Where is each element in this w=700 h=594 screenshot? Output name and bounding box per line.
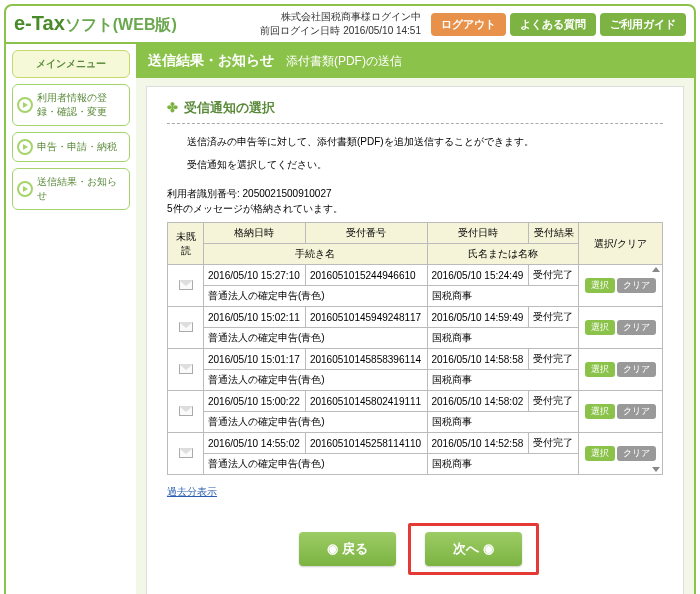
- sidebar-item-userinfo[interactable]: 利用者情報の登録・確認・変更: [12, 84, 130, 126]
- clear-button[interactable]: クリア: [617, 278, 656, 293]
- login-info: 株式会社国税商事様ログイン中 前回ログイン日時 2016/05/10 14:51: [254, 10, 427, 38]
- page-title-bar: 送信結果・お知らせ 添付書類(PDF)の送信: [136, 44, 694, 78]
- clear-button[interactable]: クリア: [617, 404, 656, 419]
- section: ✤受信通知の選択 送信済みの申告等に対して、添付書類(PDF)を追加送信すること…: [146, 86, 684, 594]
- content: 送信結果・お知らせ 添付書類(PDF)の送信 ✤受信通知の選択 送信済みの申告等…: [136, 44, 694, 594]
- cell-proc: 普通法人の確定申告(青色): [204, 412, 428, 433]
- th-recdate: 受付日時: [427, 223, 529, 244]
- cell-proc: 普通法人の確定申告(青色): [204, 454, 428, 475]
- main-wrap: メインメニュー 利用者情報の登録・確認・変更 申告・申請・納税 送信結果・お知ら…: [6, 44, 694, 594]
- meta: 利用者識別番号: 2050021500910027 5件のメッセージが格納されて…: [167, 186, 663, 216]
- cell-name: 国税商事: [427, 286, 579, 307]
- cell-name: 国税商事: [427, 412, 579, 433]
- envelope-icon: [179, 448, 193, 458]
- cell-recno: 20160510145858396114: [305, 349, 427, 370]
- cell-result: 受付完了: [529, 265, 579, 286]
- envelope-icon: [179, 364, 193, 374]
- clover-icon: ✤: [167, 100, 178, 115]
- select-button[interactable]: 選択: [585, 278, 615, 293]
- th-recno: 受付番号: [305, 223, 427, 244]
- sidebar: メインメニュー 利用者情報の登録・確認・変更 申告・申請・納税 送信結果・お知ら…: [6, 44, 136, 594]
- sidebar-main-menu[interactable]: メインメニュー: [12, 50, 130, 78]
- cell-result: 受付完了: [529, 433, 579, 454]
- desc-1: 送信済みの申告等に対して、添付書類(PDF)を追加送信することができます。: [187, 134, 663, 149]
- cell-result: 受付完了: [529, 307, 579, 328]
- cell-stored: 2016/05/10 15:00:22: [204, 391, 306, 412]
- envelope-icon: [179, 406, 193, 416]
- cell-recno: 20160510145949248117: [305, 307, 427, 328]
- past-link[interactable]: 過去分表示: [167, 486, 217, 497]
- envelope-icon: [179, 280, 193, 290]
- button-row: ◉ 戻る 次へ ◉: [167, 523, 663, 575]
- table-row: 2016/05/10 14:55:02 20160510145258114110…: [168, 433, 663, 454]
- faq-button[interactable]: よくある質問: [510, 13, 596, 36]
- page-title: 送信結果・お知らせ: [148, 52, 274, 68]
- scroll-down-icon[interactable]: [652, 467, 660, 472]
- th-recresult: 受付結果: [529, 223, 579, 244]
- cell-recdate: 2016/05/10 14:59:49: [427, 307, 529, 328]
- page-subtitle: 添付書類(PDF)の送信: [286, 54, 402, 68]
- section-title: ✤受信通知の選択: [167, 99, 663, 124]
- arrow-icon: [17, 181, 33, 197]
- select-button[interactable]: 選択: [585, 320, 615, 335]
- cell-recno: 20160510145802419111: [305, 391, 427, 412]
- logo: e-Taxソフト(WEB版): [14, 12, 177, 36]
- select-button[interactable]: 選択: [585, 362, 615, 377]
- cell-stored: 2016/05/10 15:02:11: [204, 307, 306, 328]
- arrow-icon: [17, 139, 33, 155]
- th-proc: 手続き名: [204, 244, 428, 265]
- cell-recdate: 2016/05/10 15:24:49: [427, 265, 529, 286]
- sidebar-item-filing[interactable]: 申告・申請・納税: [12, 132, 130, 162]
- cell-recno: 2016051015244946610: [305, 265, 427, 286]
- cell-recno: 20160510145258114110: [305, 433, 427, 454]
- back-button[interactable]: ◉ 戻る: [299, 532, 396, 566]
- cell-recdate: 2016/05/10 14:58:02: [427, 391, 529, 412]
- clear-button[interactable]: クリア: [617, 320, 656, 335]
- cell-result: 受付完了: [529, 349, 579, 370]
- cell-stored: 2016/05/10 14:55:02: [204, 433, 306, 454]
- message-table: 未既読 格納日時 受付番号 受付日時 受付結果 選択/クリア 手続き名 氏名また…: [167, 222, 663, 475]
- th-storedate: 格納日時: [204, 223, 306, 244]
- cell-recdate: 2016/05/10 14:52:58: [427, 433, 529, 454]
- table-row: 2016/05/10 15:02:11 20160510145949248117…: [168, 307, 663, 328]
- highlight-box: 次へ ◉: [408, 523, 539, 575]
- cell-proc: 普通法人の確定申告(青色): [204, 370, 428, 391]
- clear-button[interactable]: クリア: [617, 446, 656, 461]
- header: e-Taxソフト(WEB版) 株式会社国税商事様ログイン中 前回ログイン日時 2…: [6, 6, 694, 44]
- cell-proc: 普通法人の確定申告(青色): [204, 328, 428, 349]
- cell-name: 国税商事: [427, 454, 579, 475]
- select-button[interactable]: 選択: [585, 404, 615, 419]
- table-wrap: 未既読 格納日時 受付番号 受付日時 受付結果 選択/クリア 手続き名 氏名また…: [167, 222, 663, 475]
- th-action: 選択/クリア: [579, 223, 663, 265]
- envelope-icon: [179, 322, 193, 332]
- sidebar-item-results[interactable]: 送信結果・お知らせ: [12, 168, 130, 210]
- th-unread: 未既読: [168, 223, 204, 265]
- table-row: 2016/05/10 15:00:22 20160510145802419111…: [168, 391, 663, 412]
- table-row: 2016/05/10 15:01:17 20160510145858396114…: [168, 349, 663, 370]
- scroll-up-icon[interactable]: [652, 267, 660, 272]
- next-button[interactable]: 次へ ◉: [425, 532, 522, 566]
- cell-name: 国税商事: [427, 370, 579, 391]
- logout-button[interactable]: ログアウト: [431, 13, 506, 36]
- cell-stored: 2016/05/10 15:01:17: [204, 349, 306, 370]
- clear-button[interactable]: クリア: [617, 362, 656, 377]
- cell-result: 受付完了: [529, 391, 579, 412]
- app-frame: e-Taxソフト(WEB版) 株式会社国税商事様ログイン中 前回ログイン日時 2…: [4, 4, 696, 594]
- cell-recdate: 2016/05/10 14:58:58: [427, 349, 529, 370]
- select-button[interactable]: 選択: [585, 446, 615, 461]
- cell-name: 国税商事: [427, 328, 579, 349]
- guide-button[interactable]: ご利用ガイド: [600, 13, 686, 36]
- arrow-icon: [17, 97, 33, 113]
- th-name: 氏名または名称: [427, 244, 579, 265]
- desc-2: 受信通知を選択してください。: [187, 157, 663, 172]
- cell-stored: 2016/05/10 15:27:10: [204, 265, 306, 286]
- table-row: 2016/05/10 15:27:10 2016051015244946610 …: [168, 265, 663, 286]
- cell-proc: 普通法人の確定申告(青色): [204, 286, 428, 307]
